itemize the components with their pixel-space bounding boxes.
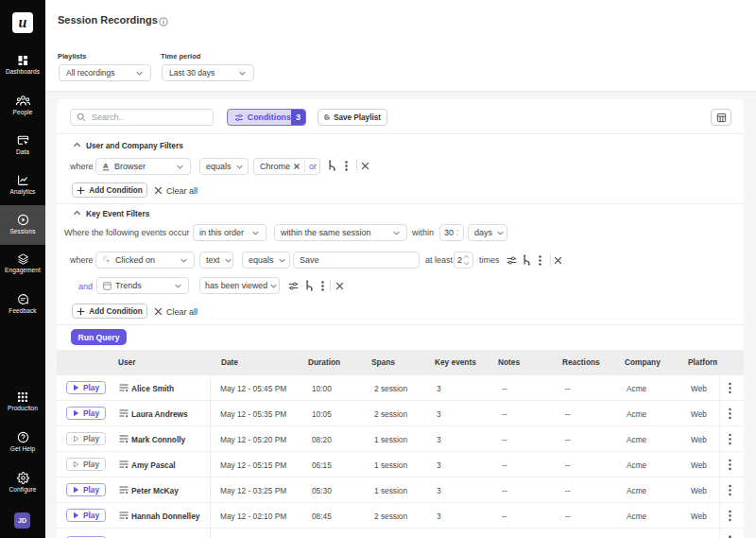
svg-text:A: A bbox=[103, 162, 109, 170]
